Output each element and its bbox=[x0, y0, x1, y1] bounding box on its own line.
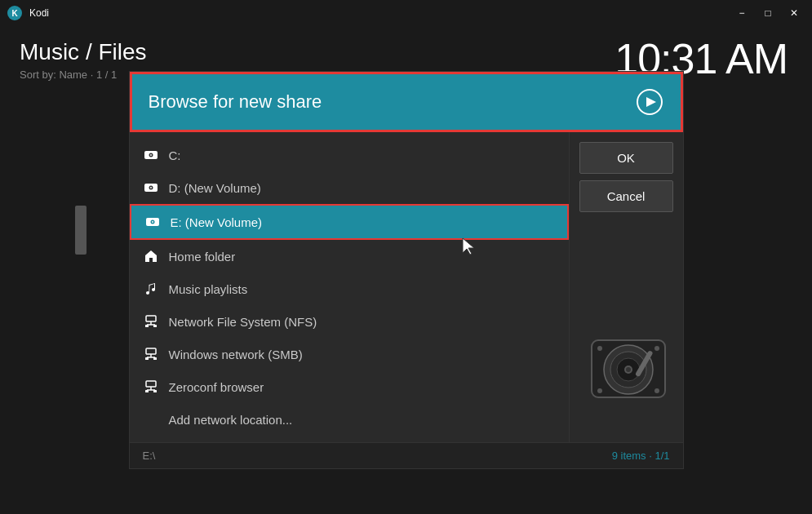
svg-point-38 bbox=[597, 388, 602, 393]
drive-icon bbox=[144, 214, 161, 230]
item-label: C: bbox=[169, 148, 181, 162]
svg-point-12 bbox=[152, 221, 153, 223]
music-icon bbox=[143, 281, 159, 297]
app-title: Kodi bbox=[29, 7, 49, 19]
svg-marker-13 bbox=[145, 250, 157, 262]
footer-path: E:\ bbox=[143, 450, 156, 462]
list-item[interactable]: D: (New Volume) bbox=[130, 171, 569, 204]
svg-rect-19 bbox=[146, 348, 156, 354]
browse-dialog: Browse for new share C: bbox=[129, 71, 684, 469]
hard-drive-illustration bbox=[588, 332, 669, 405]
list-item-add-network[interactable]: Add network location... bbox=[130, 403, 569, 436]
svg-rect-27 bbox=[145, 390, 149, 392]
titlebar-left: K Kodi bbox=[7, 5, 49, 21]
svg-point-9 bbox=[150, 187, 152, 188]
kodi-brand-icon bbox=[637, 89, 663, 115]
svg-text:K: K bbox=[11, 9, 18, 18]
maximize-button[interactable]: □ bbox=[757, 5, 779, 21]
svg-point-34 bbox=[626, 367, 631, 372]
list-item[interactable]: Music playlists bbox=[130, 273, 569, 305]
item-label: Add network location... bbox=[169, 413, 293, 427]
item-label: Network File System (NFS) bbox=[169, 315, 317, 329]
kodi-logo-icon: K bbox=[7, 5, 23, 21]
list-item[interactable]: Home folder bbox=[130, 240, 569, 273]
svg-rect-18 bbox=[153, 325, 157, 327]
item-label: Music playlists bbox=[169, 282, 248, 296]
svg-rect-28 bbox=[153, 390, 157, 392]
item-label: D: (New Volume) bbox=[169, 181, 261, 195]
svg-point-36 bbox=[597, 346, 602, 351]
dialog-header-icon bbox=[635, 87, 664, 117]
minimize-button[interactable]: − bbox=[730, 5, 753, 21]
file-list: C: D: (New Volume) E: (New Volume) bbox=[130, 132, 569, 442]
svg-rect-14 bbox=[146, 316, 156, 321]
item-label: Windows network (SMB) bbox=[169, 348, 303, 361]
dialog-header: Browse for new share bbox=[130, 72, 683, 132]
svg-point-37 bbox=[654, 346, 659, 351]
item-label: E: (New Volume) bbox=[171, 215, 263, 229]
drive-icon bbox=[143, 147, 159, 163]
titlebar: K Kodi − □ ✕ bbox=[0, 0, 812, 26]
network-icon bbox=[143, 346, 159, 362]
list-item-selected[interactable]: E: (New Volume) bbox=[130, 204, 569, 240]
dialog-footer: E:\ 9 items · 1/1 bbox=[130, 442, 683, 468]
svg-marker-3 bbox=[646, 97, 656, 107]
svg-point-39 bbox=[654, 388, 659, 393]
disk-image bbox=[583, 328, 673, 410]
titlebar-controls: − □ ✕ bbox=[730, 5, 805, 21]
svg-rect-22 bbox=[145, 357, 149, 360]
cancel-button[interactable]: Cancel bbox=[579, 180, 673, 212]
main-area: Music / Files Sort by: Name · 1 / 1 10:3… bbox=[0, 26, 812, 514]
svg-point-6 bbox=[150, 154, 152, 156]
home-icon bbox=[143, 248, 159, 264]
scrollbar[interactable] bbox=[75, 206, 87, 255]
network-icon bbox=[143, 379, 159, 395]
close-button[interactable]: ✕ bbox=[783, 5, 805, 21]
placeholder-icon bbox=[143, 411, 159, 428]
dialog-body: C: D: (New Volume) E: (New Volume) bbox=[130, 132, 683, 442]
svg-rect-24 bbox=[146, 381, 156, 387]
item-label: Zeroconf browser bbox=[169, 380, 264, 394]
list-item[interactable]: Network File System (NFS) bbox=[130, 305, 569, 338]
footer-count: 9 items · 1/1 bbox=[612, 450, 670, 462]
network-icon bbox=[143, 313, 159, 330]
list-item[interactable]: C: bbox=[130, 139, 569, 171]
list-item[interactable]: Windows network (SMB) bbox=[130, 338, 569, 370]
buttons-panel: OK Cancel bbox=[569, 132, 683, 442]
ok-button[interactable]: OK bbox=[579, 142, 673, 174]
drive-icon bbox=[143, 179, 159, 196]
list-item[interactable]: Zeroconf browser bbox=[130, 370, 569, 403]
svg-rect-17 bbox=[145, 325, 149, 327]
dialog-title: Browse for new share bbox=[149, 91, 322, 113]
item-label: Home folder bbox=[169, 250, 236, 264]
svg-rect-23 bbox=[153, 357, 157, 360]
